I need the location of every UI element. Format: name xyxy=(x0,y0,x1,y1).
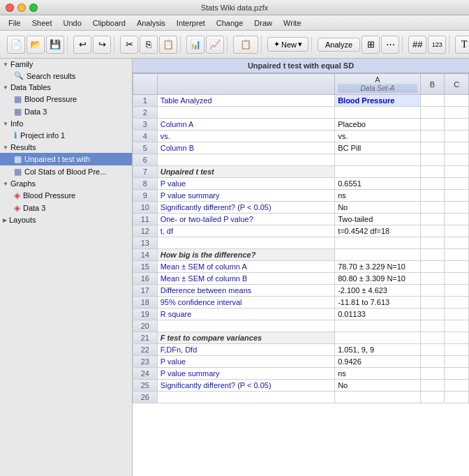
paste-icon[interactable]: 📋 xyxy=(159,36,177,54)
row-value-b-11 xyxy=(420,225,445,237)
row-value-a-22: 0.9426 xyxy=(335,356,420,368)
sidebar-item-project-info[interactable]: ℹ Project info 1 xyxy=(0,129,132,142)
row-value-c-3 xyxy=(445,131,469,142)
window-controls[interactable] xyxy=(6,3,38,12)
family-header[interactable]: ▼ Family xyxy=(0,59,132,70)
row-value-b-24 xyxy=(420,380,445,392)
menu-sheet[interactable]: Sheet xyxy=(27,17,58,29)
col-header-label xyxy=(157,74,334,95)
menu-write[interactable]: Write xyxy=(278,17,306,29)
row-value-a-14: 78.70 ± 3.229 N=10 xyxy=(335,261,420,273)
row-value-b-7 xyxy=(420,178,445,190)
table-icon-1: ▦ xyxy=(14,94,22,104)
sidebar-item-search-results[interactable]: 🔍 Search results xyxy=(0,70,132,82)
titlebar: Stats Wiki data.pzfx xyxy=(0,0,469,15)
row-value-a-23: ns xyxy=(335,368,420,380)
search-results-icon: 🔍 xyxy=(14,71,24,80)
interpret-group: 📋 xyxy=(230,36,262,54)
row-value-a-1 xyxy=(335,107,420,119)
minimize-button[interactable] xyxy=(17,3,26,12)
row-label-12 xyxy=(157,237,334,249)
menu-analysis[interactable]: Analysis xyxy=(131,17,171,29)
row-value-c-17 xyxy=(445,297,469,308)
sidebar-item-graph-blood-pressure[interactable]: ◈ Blood Pressure xyxy=(0,189,132,202)
menu-clipboard[interactable]: Clipboard xyxy=(87,17,131,29)
row-value-b-2 xyxy=(420,119,445,131)
blood-pressure-label: Blood Pressure xyxy=(24,95,77,103)
clipboard-group: ✂ ⎘ 📋 xyxy=(117,36,181,54)
more-icon[interactable]: ⋯ xyxy=(381,36,399,54)
open-icon[interactable]: 📂 xyxy=(27,36,45,54)
data-tables-header[interactable]: ▼ Data Tables xyxy=(0,82,132,93)
menu-draw[interactable]: Draw xyxy=(248,17,278,29)
row-value-a-24: No xyxy=(335,380,420,392)
col-header-a[interactable]: A Data Set-A xyxy=(335,74,420,95)
new-label: New xyxy=(281,40,297,49)
row-value-b-8 xyxy=(420,190,445,202)
row-value-a-18: 0.01133 xyxy=(335,308,420,320)
row-num-25: 25 xyxy=(133,380,158,392)
analyze-button[interactable]: Analyze xyxy=(318,38,360,52)
col-header-c[interactable]: C xyxy=(445,74,469,95)
row-label-23: P value summary xyxy=(157,368,334,380)
new-doc-icon[interactable]: 📄 xyxy=(7,36,25,54)
row-value-a-11: t=0.4542 df=18 xyxy=(335,225,420,237)
number-icon[interactable]: 123 xyxy=(428,36,446,54)
stats-icon[interactable]: 📈 xyxy=(206,36,224,54)
row-label-7: P value xyxy=(157,178,334,190)
row-value-b-13 xyxy=(420,249,445,261)
row-label-22: P value xyxy=(157,356,334,368)
menu-file[interactable]: File xyxy=(3,17,27,29)
save-icon[interactable]: 💾 xyxy=(46,36,64,54)
row-value-c-22 xyxy=(445,356,469,368)
col-a-title: A xyxy=(338,75,417,84)
row-label-16: Difference between means xyxy=(157,285,334,297)
close-button[interactable] xyxy=(6,3,14,12)
menu-undo[interactable]: Undo xyxy=(57,17,87,29)
row-label-17: 95% confidence interval xyxy=(157,297,334,308)
sidebar-item-graph-data3[interactable]: ◈ Data 3 xyxy=(0,202,132,214)
cut-icon[interactable]: ✂ xyxy=(120,36,138,54)
row-label-13: How big is the difference? xyxy=(157,249,334,261)
info-header[interactable]: ▼ Info xyxy=(0,118,132,129)
text-group: T α xyxy=(452,36,469,54)
row-num-15: 15 xyxy=(133,261,158,273)
content-area: Unpaired t test with equal SD A Data Set… xyxy=(133,59,469,476)
chart-icon[interactable]: 📊 xyxy=(186,36,204,54)
font-icon[interactable]: T xyxy=(455,36,469,54)
grid-icon[interactable]: ⊞ xyxy=(362,36,380,54)
graphs-header[interactable]: ▼ Graphs xyxy=(0,178,132,189)
menu-interpret[interactable]: Interpret xyxy=(171,17,211,29)
new-button[interactable]: ✦ New ▾ xyxy=(267,37,308,52)
hash-icon[interactable]: ## xyxy=(408,36,426,54)
row-num-7: 7 xyxy=(133,166,158,178)
row-num-9: 9 xyxy=(133,190,158,202)
sidebar-item-unpaired-t[interactable]: ▦ Unpaired t test with xyxy=(0,153,132,165)
sidebar-item-col-stats[interactable]: ▦ Col Stats of Blood Pre... xyxy=(0,165,132,178)
menubar: FileSheetUndoClipboardAnalysisInterpretC… xyxy=(0,15,469,31)
layouts-header[interactable]: ▶ Layouts xyxy=(0,214,132,225)
layouts-label: Layouts xyxy=(9,216,36,224)
sidebar-item-blood-pressure[interactable]: ▦ Blood Pressure xyxy=(0,93,132,105)
results-header[interactable]: ▼ Results xyxy=(0,142,132,153)
row-value-b-0 xyxy=(420,95,445,107)
toolbar: 📄 📂 💾 ↩ ↪ ✂ ⎘ 📋 📊 📈 📋 ✦ New ▾ Analyze ⊞ … xyxy=(0,31,469,59)
table-icon-2: ▦ xyxy=(14,107,22,117)
row-value-a-19 xyxy=(335,320,420,332)
row-label-3: vs. xyxy=(157,131,334,142)
row-value-a-10: Two-tailed xyxy=(335,214,420,225)
row-label-9: Significantly different? (P < 0.05) xyxy=(157,202,334,214)
row-value-b-6 xyxy=(420,166,445,178)
row-value-a-3: vs. xyxy=(335,131,420,142)
menu-change[interactable]: Change xyxy=(211,17,249,29)
maximize-button[interactable] xyxy=(29,3,38,12)
col-header-b[interactable]: B xyxy=(420,74,445,95)
row-value-b-17 xyxy=(420,297,445,308)
interpret-icon[interactable]: 📋 xyxy=(233,36,258,54)
row-num-11: 11 xyxy=(133,214,158,225)
sidebar-item-data3[interactable]: ▦ Data 3 xyxy=(0,105,132,118)
undo-icon[interactable]: ↩ xyxy=(73,36,91,54)
redo-icon[interactable]: ↪ xyxy=(93,36,111,54)
col-header-rownum xyxy=(133,74,158,95)
copy-icon[interactable]: ⎘ xyxy=(140,36,158,54)
